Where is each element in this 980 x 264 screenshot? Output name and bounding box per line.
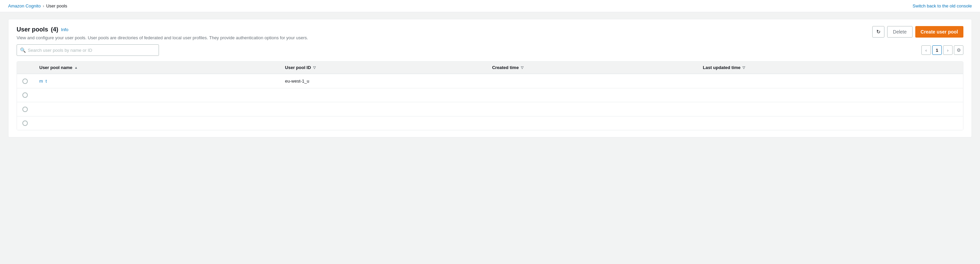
table-row: m t eu-west-1_u [17,74,963,88]
search-input[interactable] [17,44,159,56]
row-radio-button[interactable] [22,79,28,84]
row-radio-button[interactable] [22,92,28,98]
top-bar: Amazon Cognito › User pools Switch back … [0,0,980,12]
pagination-prev-button[interactable]: ‹ [921,45,931,55]
row-select-cell [17,88,34,102]
sort-desc-icon-created: ▽ [521,66,523,70]
breadcrumb: Amazon Cognito › User pools [8,3,67,8]
pool-count-badge: (4) [51,26,58,33]
card-description: View and configure your user pools. User… [17,35,308,40]
row-name-cell [34,88,280,102]
table-row [17,116,963,130]
row-created-cell [487,102,697,117]
pool-name-link-part2[interactable]: t [45,79,47,84]
row-updated-cell [697,116,963,130]
table-col-select [17,62,34,74]
sort-desc-icon-id: ▽ [313,66,316,70]
row-id-cell: eu-west-1_u [280,74,487,88]
row-id-cell [280,116,487,130]
card-title: User pools [17,26,48,33]
row-select-cell [17,116,34,130]
card-header-left: User pools (4) Info View and configure y… [17,26,308,40]
pool-name-link-part1[interactable]: m [39,79,43,84]
table-settings-button[interactable]: ⚙ [954,45,963,55]
table-body: m t eu-west-1_u [17,74,963,130]
row-created-cell [487,88,697,102]
row-created-cell [487,74,697,88]
card-title-row: User pools (4) Info [17,26,308,33]
sort-asc-icon: ▲ [75,66,78,70]
row-name-cell: m t [34,74,280,88]
breadcrumb-separator: › [43,4,44,8]
row-radio-button[interactable] [22,107,28,112]
card-header: User pools (4) Info View and configure y… [17,26,963,40]
table-col-created[interactable]: Created time ▽ [487,62,697,74]
table-row [17,102,963,117]
user-pools-table: User pool name ▲ User pool ID ▽ [17,62,963,130]
table-col-name[interactable]: User pool name ▲ [34,62,280,74]
breadcrumb-parent-link[interactable]: Amazon Cognito [8,3,41,8]
pagination-page-number: 1 [932,45,942,55]
search-wrapper: 🔍 [17,44,159,56]
table-row [17,88,963,102]
delete-button[interactable]: Delete [887,26,912,38]
create-user-pool-button[interactable]: Create user pool [915,26,963,38]
switch-console-link[interactable]: Switch back to the old console [913,3,972,8]
refresh-button[interactable]: ↻ [872,26,885,38]
row-select-cell [17,74,34,88]
pool-id-text: eu-west-1_u [285,79,309,84]
breadcrumb-current: User pools [46,3,67,8]
sort-desc-icon-updated: ▽ [743,66,745,70]
row-name-cell [34,102,280,117]
pagination: ‹ 1 › ⚙ [921,45,963,55]
row-updated-cell [697,74,963,88]
user-pools-table-container: User pool name ▲ User pool ID ▽ [17,61,963,130]
table-col-updated[interactable]: Last updated time ▽ [697,62,963,74]
main-content: User pools (4) Info View and configure y… [0,12,980,144]
action-buttons: ↻ Delete Create user pool [872,26,963,38]
row-radio-button[interactable] [22,120,28,126]
row-updated-cell [697,102,963,117]
row-id-cell [280,88,487,102]
table-header: User pool name ▲ User pool ID ▽ [17,62,963,74]
row-created-cell [487,116,697,130]
row-id-cell [280,102,487,117]
pagination-next-button[interactable]: › [943,45,953,55]
table-col-id[interactable]: User pool ID ▽ [280,62,487,74]
row-select-cell [17,102,34,117]
row-name-cell [34,116,280,130]
row-updated-cell [697,88,963,102]
info-link[interactable]: Info [61,27,68,32]
user-pools-card: User pools (4) Info View and configure y… [8,19,972,138]
search-section: 🔍 ‹ 1 › ⚙ [17,44,963,56]
